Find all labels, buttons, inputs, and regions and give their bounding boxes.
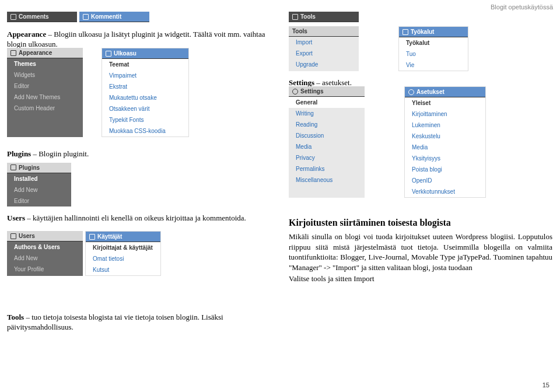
plugins-description: Plugins – Blogiin pluginit. <box>7 149 275 159</box>
settings-menu-en[interactable]: Settings General Writing Reading Discuss… <box>289 86 365 198</box>
tools-icon <box>292 14 298 20</box>
sidebar-item[interactable]: Media <box>405 142 485 153</box>
sidebar-item[interactable]: Discussion <box>289 130 365 141</box>
sidebar-item[interactable]: Kirjoittajat & käyttäjät <box>86 242 160 253</box>
appearance-menu-fi[interactable]: Ulkoasu Teemat Vimpaimet Ekstrat Mukaute… <box>102 48 189 137</box>
sidebar-item[interactable]: Your Profile <box>7 264 83 275</box>
article-body: Mikäli sinulla on blogi voi tuoda kirjoi… <box>289 232 552 272</box>
sidebar-item[interactable]: Otsakkeen värit <box>102 103 188 114</box>
page-number: 15 <box>542 382 550 388</box>
sidebar-item[interactable]: Add New <box>7 253 83 264</box>
users-menu-fi[interactable]: Käyttäjät Kirjoittajat & käyttäjät Omat … <box>85 231 161 276</box>
settings-head-en: Settings <box>300 88 323 94</box>
users-icon <box>89 234 95 240</box>
sidebar-item[interactable]: Verkkotunnukset <box>405 186 485 197</box>
sidebar-item[interactable]: Reading <box>289 119 365 130</box>
sidebar-item[interactable]: Mukautettu otsake <box>102 92 188 103</box>
users-head-fi: Käyttäjät <box>97 233 122 240</box>
sidebar-item[interactable]: Export <box>289 48 359 59</box>
sidebar-item[interactable]: General <box>289 97 365 108</box>
sidebar-item[interactable]: Add New Themes <box>7 92 83 103</box>
sidebar-item[interactable]: Themes <box>7 58 83 69</box>
sidebar-item[interactable]: Omat tietosi <box>86 253 160 264</box>
sidebar-item[interactable]: Custom Header <box>7 103 83 114</box>
tools-menu-header-en: Tools <box>289 12 359 22</box>
sidebar-item[interactable]: Miscellaneous <box>289 174 365 186</box>
sidebar-item[interactable]: Privacy <box>289 152 365 163</box>
sidebar-item[interactable]: Teemat <box>102 59 188 70</box>
settings-menu-fi[interactable]: Asetukset Yleiset Kirjoittaminen Lukemin… <box>404 86 486 198</box>
sidebar-item[interactable]: Muokkaa CSS-koodia <box>102 125 188 136</box>
sidebar-item[interactable]: Kutsut <box>86 264 160 275</box>
sidebar-item[interactable]: Yksityisyys <box>405 153 485 164</box>
sidebar-item[interactable]: Import <box>289 37 359 48</box>
users-description: Users – käyttäjien hallinnointi eli kene… <box>7 214 275 223</box>
appearance-head-fi: Ulkoasu <box>114 50 136 57</box>
comment-icon <box>10 14 16 20</box>
article-body-2: Valitse tools ja sitten Import <box>289 274 552 284</box>
appearance-menu-en[interactable]: Appearance Themes Widgets Editor Add New… <box>7 48 83 137</box>
sidebar-item[interactable]: Widgets <box>7 69 83 80</box>
sidebar-item[interactable]: Typekit Fonts <box>102 114 188 125</box>
sidebar-item[interactable]: Työkalut <box>399 37 468 48</box>
comments-menu-fi: Kommentit <box>79 12 149 22</box>
tools-icon <box>402 29 408 35</box>
tools-head-fi: Työkalut <box>411 29 434 35</box>
gear-icon <box>292 89 298 94</box>
tools-menu-fi[interactable]: Työkalut Työkalut Tuo Vie <box>398 26 468 71</box>
comments-label-en: Comments <box>19 13 49 20</box>
article-heading: Kirjoitusten siirtäminen toisesta blogis… <box>289 218 552 228</box>
plugins-head: Plugins <box>19 164 40 171</box>
sidebar-item[interactable]: Poista blogi <box>405 164 485 175</box>
sidebar-item[interactable]: Vie <box>399 60 468 71</box>
sidebar-item[interactable]: Installed <box>7 173 71 184</box>
tools-label: Tools <box>300 13 316 20</box>
appearance-icon <box>106 51 111 57</box>
tools-description: Tools – tuo tietoja toisesta blogista ta… <box>7 313 275 332</box>
sidebar-item[interactable]: Writing <box>289 108 365 119</box>
sidebar-item[interactable]: Kirjoittaminen <box>405 108 485 120</box>
sidebar-item[interactable]: OpenID <box>405 175 485 186</box>
sidebar-item[interactable]: Editor <box>7 195 71 206</box>
document-header: Blogit opetuskäytössä <box>491 4 553 10</box>
sidebar-item[interactable]: Authors & Users <box>7 242 83 253</box>
sidebar-item[interactable]: Ekstrat <box>102 81 188 92</box>
comments-menu-en: Comments <box>7 12 77 22</box>
plugin-icon <box>10 164 16 170</box>
tools-submenu-en[interactable]: Tools Import Export Upgrade <box>289 26 359 71</box>
users-menu-en[interactable]: Users Authors & Users Add New Your Profi… <box>7 231 83 276</box>
settings-head-fi: Asetukset <box>416 89 444 95</box>
appearance-icon <box>10 50 16 56</box>
plugins-menu-en[interactable]: Plugins Installed Add New Editor <box>7 163 71 206</box>
sidebar-item[interactable]: Lukeminen <box>405 120 485 131</box>
sidebar-item[interactable]: Add New <box>7 184 71 195</box>
comment-icon <box>83 14 89 20</box>
appearance-head-en: Appearance <box>19 50 52 56</box>
appearance-description: Appearance – Blogiin ulkoasu ja lisätyt … <box>7 30 275 50</box>
tools-sub-head: Tools <box>292 28 307 34</box>
sidebar-item[interactable]: Media <box>289 141 365 152</box>
users-icon <box>10 233 16 239</box>
sidebar-item[interactable]: Vimpaimet <box>102 70 188 81</box>
sidebar-item[interactable]: Keskustelu <box>405 131 485 142</box>
gear-icon <box>408 89 414 95</box>
sidebar-item[interactable]: Editor <box>7 80 83 92</box>
sidebar-item[interactable]: Permalinks <box>289 163 365 174</box>
sidebar-item[interactable]: Tuo <box>399 48 468 60</box>
comments-label-fi: Kommentit <box>91 13 121 20</box>
users-head-en: Users <box>19 233 35 239</box>
sidebar-item[interactable]: Upgrade <box>289 59 359 70</box>
sidebar-item[interactable]: Yleiset <box>405 97 485 108</box>
